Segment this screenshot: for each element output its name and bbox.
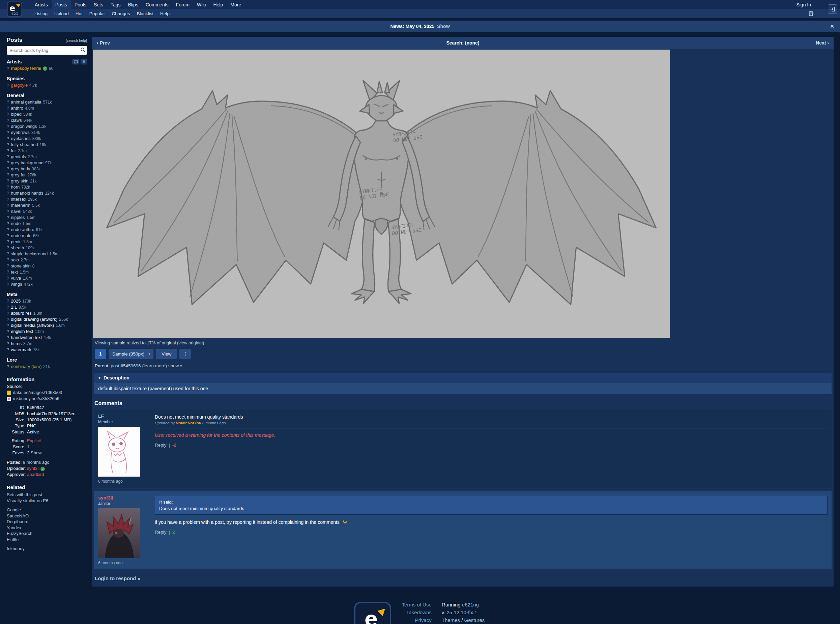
avatar[interactable] [98,508,140,558]
tag-link[interactable]: watermark [11,347,31,352]
tag-wiki-link[interactable]: ? [7,160,9,165]
themes-link[interactable]: Themes [442,617,460,623]
learn-more-link[interactable]: (learn more) [142,363,167,368]
view-original-link[interactable]: view original [179,340,203,345]
tag-link[interactable]: fur [11,148,16,153]
tag-wiki-link[interactable]: ? [7,178,9,184]
related-link[interactable]: Derpibooru [7,519,28,524]
gestures-link[interactable]: Gestures [464,617,485,623]
tag-wiki-link[interactable]: ? [7,323,9,328]
tag-link[interactable]: genitals [11,154,26,159]
more-options-button[interactable]: ⋮ [179,349,191,359]
tag-wiki-link[interactable]: ? [7,130,9,135]
tag-link[interactable]: hi res [11,341,22,346]
tag-link[interactable]: vulva [11,275,21,281]
tag-wiki-link[interactable]: ? [7,215,9,220]
tag-wiki-link[interactable]: ? [7,310,9,316]
nav-item[interactable]: Sets [90,0,107,9]
tag-wiki-link[interactable]: ? [7,82,9,88]
show-children-link[interactable]: show » [168,363,183,368]
search-help-link[interactable]: [search help] [66,39,87,43]
tag-wiki-link[interactable]: ? [7,196,9,202]
description-header[interactable]: ▼ Description [94,373,832,383]
tag-wiki-link[interactable]: ? [7,166,9,172]
tag-wiki-link[interactable]: ? [7,347,9,352]
news-show-link[interactable]: Show [437,24,450,29]
sign-in-link[interactable]: Sign In [796,2,811,8]
tag-wiki-link[interactable]: ? [7,239,9,244]
tag-link[interactable]: intersex [11,196,26,202]
avatar[interactable] [98,427,140,477]
related-link[interactable]: Visually similar on E6 [7,498,48,503]
subnav-item[interactable]: Listing [31,11,51,16]
related-link[interactable]: SauceNAO [7,513,29,518]
tag-wiki-link[interactable]: ? [7,298,9,304]
tag-link[interactable]: anthro [11,105,23,111]
tag-wiki-link[interactable]: ? [7,341,9,346]
tag-link[interactable]: absurd res [11,310,31,316]
post-image[interactable]: SYNF3ll— DO NOT USE SYNF3ll— DO NOT USE … [93,49,670,338]
reply-link[interactable]: Reply [155,530,166,534]
tag-link[interactable]: solo [11,257,19,263]
site-logo[interactable]: e 621 [7,2,22,18]
tag-link[interactable]: grey background [11,160,43,165]
faves-show-link[interactable]: Show [31,450,42,456]
tag-link[interactable]: stone skin [11,263,31,269]
next-post-link[interactable]: Next › [816,40,829,46]
tag-link[interactable]: eyelashes [11,136,31,141]
tag-link[interactable]: digital media (artwork) [11,323,54,328]
tag-search-input[interactable] [7,46,87,55]
tag-link[interactable]: horn [11,184,20,190]
reply-link[interactable]: Reply [155,443,166,448]
tag-link[interactable]: text [11,269,18,275]
nav-item[interactable]: Wiki [193,0,210,9]
subnav-item[interactable]: Hot [72,11,86,16]
tag-wiki-link[interactable]: ? [7,317,9,322]
tag-wiki-link[interactable]: ? [7,275,9,281]
related-link[interactable]: Inkbunny [7,546,25,551]
tag-wiki-link[interactable]: ? [7,304,9,310]
tag-link[interactable]: penis [11,239,21,244]
tag-wiki-link[interactable]: ? [7,142,9,147]
nav-item[interactable]: Blips [125,0,142,9]
footer-link[interactable]: Terms of Use [402,601,431,609]
tag-wiki-link[interactable]: ? [7,190,9,196]
tag-link[interactable]: grey fur [11,172,26,178]
login-button[interactable] [828,5,837,14]
tag-link[interactable]: nipples [11,215,25,220]
tag-link[interactable]: nonbinary (lore) [11,364,42,369]
related-link[interactable]: Sets with this post [7,492,42,497]
uploader-link[interactable]: synf3ll [27,466,40,471]
tag-wiki-link[interactable]: ? [7,257,9,263]
tag-link[interactable]: nude anthro [11,227,34,232]
tag-link[interactable]: handwritten text [11,335,42,340]
tag-wiki-link[interactable]: ? [7,263,9,269]
subnav-item[interactable]: Upload [51,11,72,16]
related-link[interactable]: FuzzySearch [7,531,32,536]
tag-link[interactable]: rhapsody tenrai [11,65,41,71]
tag-link[interactable]: navel [11,209,21,214]
login-to-respond-link[interactable]: Login to respond » [95,575,140,581]
subnav-item[interactable]: Blacklist [133,11,157,16]
artist-settings-button[interactable]: ⚙ [80,59,87,65]
tag-link[interactable]: fully sheathed [11,142,38,147]
footer-link[interactable]: Takedowns [402,609,431,616]
nav-item[interactable]: Forum [172,0,193,9]
page-one-button[interactable]: 1 [95,349,106,359]
nav-item[interactable]: Tags [107,0,125,9]
news-close-button[interactable]: × [830,23,834,30]
subnav-item[interactable]: Help [157,11,173,16]
tag-wiki-link[interactable]: ? [7,335,9,340]
tag-wiki-link[interactable]: ? [7,202,9,208]
tag-wiki-link[interactable]: ? [7,364,9,369]
tag-wiki-link[interactable]: ? [7,221,9,226]
tag-wiki-link[interactable]: ? [7,111,9,117]
tag-wiki-link[interactable]: ? [7,154,9,159]
notes-button[interactable] [809,11,814,16]
tag-link[interactable]: dragon wings [11,124,37,129]
tag-wiki-link[interactable]: ? [7,269,9,275]
tag-link[interactable]: animal genitalia [11,99,41,105]
related-link[interactable]: Yandex [7,525,21,530]
tag-wiki-link[interactable]: ? [7,251,9,257]
tag-link[interactable]: 2025 [11,298,20,304]
